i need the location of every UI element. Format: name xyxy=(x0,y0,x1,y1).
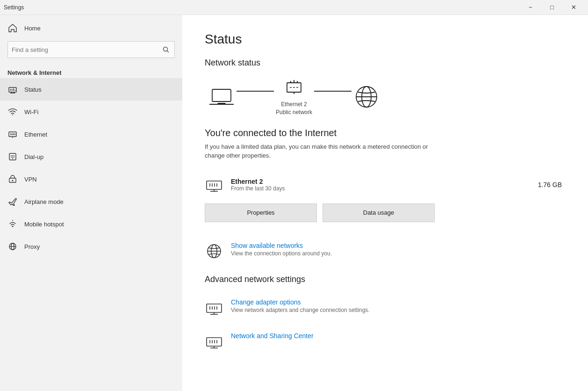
airplane-icon xyxy=(7,196,18,207)
sidebar-item-home-label: Home xyxy=(24,25,41,32)
titlebar: Settings − □ ✕ xyxy=(0,0,588,15)
hotspot-icon xyxy=(7,219,18,229)
data-card-sub: From the last 30 days xyxy=(231,185,531,192)
adapter-icon xyxy=(205,298,223,317)
networks-icon xyxy=(205,242,223,261)
sidebar-item-dialup[interactable]: Dial-up xyxy=(0,145,182,168)
adapter-label: Ethernet 2 Public network xyxy=(276,101,312,116)
show-networks-sub: View the connection options around you. xyxy=(231,250,332,257)
svg-rect-33 xyxy=(218,103,225,104)
sidebar-item-hotspot[interactable]: Mobile hotspot xyxy=(0,213,182,235)
status-icon xyxy=(7,84,18,94)
sidebar-item-dialup-label: Dial-up xyxy=(24,153,43,160)
show-available-networks[interactable]: Show available networks View the connect… xyxy=(205,237,566,265)
connection-subtext: If you have a limited data plan, you can… xyxy=(205,142,448,160)
sidebar-item-wifi-label: Wi-Fi xyxy=(24,109,38,116)
sidebar-section-label: Network & Internet xyxy=(0,65,182,78)
sidebar-item-airplane[interactable]: Airplane mode xyxy=(0,190,182,213)
network-status-heading: Network status xyxy=(205,58,566,68)
ethernet-card-icon xyxy=(205,175,223,194)
maximize-button[interactable]: □ xyxy=(541,0,563,15)
search-box xyxy=(7,41,175,58)
connector-1 xyxy=(237,91,274,92)
network-diagram: Ethernet 2 Public network xyxy=(208,77,566,116)
sidebar-item-proxy[interactable]: Proxy xyxy=(0,235,182,258)
svg-point-18 xyxy=(11,155,12,156)
data-card-usage: 1.76 GB xyxy=(538,181,562,188)
sharing-center-item[interactable]: Network and Sharing Center xyxy=(205,327,566,355)
wifi-icon xyxy=(7,107,18,117)
sidebar-item-vpn[interactable]: VPN xyxy=(0,168,182,190)
svg-line-1 xyxy=(167,51,169,53)
svg-rect-45 xyxy=(207,181,222,189)
app-body: Home Network & Internet xyxy=(0,15,588,391)
sharing-center-title[interactable]: Network and Sharing Center xyxy=(231,332,314,340)
change-adapter-item[interactable]: Change adapter options View network adap… xyxy=(205,294,566,322)
titlebar-controls: − □ ✕ xyxy=(520,0,584,15)
sidebar-item-hotspot-label: Mobile hotspot xyxy=(24,221,64,228)
globe-icon xyxy=(353,84,380,110)
data-card-name: Ethernet 2 xyxy=(231,178,531,185)
titlebar-left: Settings xyxy=(4,4,24,11)
vpn-icon xyxy=(7,174,18,184)
search-input[interactable] xyxy=(8,46,158,53)
proxy-icon xyxy=(7,241,18,252)
page-title: Status xyxy=(205,32,566,47)
svg-point-27 xyxy=(12,226,14,227)
data-usage-button[interactable]: Data usage xyxy=(323,203,435,222)
change-adapter-sub: View network adapters and change connect… xyxy=(231,307,370,313)
svg-point-26 xyxy=(12,180,14,181)
sidebar-item-status-label: Status xyxy=(24,86,42,93)
advanced-heading: Advanced network settings xyxy=(205,275,566,284)
dialup-icon xyxy=(7,152,18,162)
svg-rect-31 xyxy=(212,89,231,101)
minimize-button[interactable]: − xyxy=(520,0,541,15)
sidebar-item-status[interactable]: Status xyxy=(0,78,182,101)
svg-point-23 xyxy=(14,157,14,158)
data-card: Ethernet 2 From the last 30 days 1.76 GB xyxy=(205,172,566,198)
data-card-info: Ethernet 2 From the last 30 days xyxy=(231,178,531,192)
sidebar-item-wifi[interactable]: Wi-Fi xyxy=(0,101,182,123)
show-networks-info: Show available networks View the connect… xyxy=(231,242,332,257)
svg-point-19 xyxy=(12,155,13,156)
connection-heading: You're connected to the Internet xyxy=(205,128,566,138)
sidebar-item-ethernet[interactable]: Ethernet xyxy=(0,123,182,145)
sharing-center-info: Network and Sharing Center xyxy=(231,332,314,340)
search-button[interactable] xyxy=(158,41,174,58)
svg-point-0 xyxy=(164,47,168,51)
action-buttons: Properties Data usage xyxy=(205,203,566,222)
sidebar-item-ethernet-label: Ethernet xyxy=(24,131,47,138)
svg-point-24 xyxy=(12,158,13,159)
change-adapter-info: Change adapter options View network adap… xyxy=(231,298,370,313)
svg-rect-55 xyxy=(207,304,222,312)
sidebar-item-home[interactable]: Home xyxy=(0,17,182,39)
sidebar-item-proxy-label: Proxy xyxy=(24,243,40,250)
sharing-icon xyxy=(205,332,223,351)
change-adapter-title[interactable]: Change adapter options xyxy=(231,298,370,306)
ethernet-icon xyxy=(7,129,18,139)
connector-2 xyxy=(314,91,351,92)
svg-point-21 xyxy=(11,157,12,158)
sidebar-item-airplane-label: Airplane mode xyxy=(24,198,64,205)
svg-rect-62 xyxy=(207,338,222,346)
show-networks-title[interactable]: Show available networks xyxy=(231,242,332,249)
properties-button[interactable]: Properties xyxy=(205,203,317,222)
router-icon: Ethernet 2 Public network xyxy=(276,77,312,116)
sidebar: Home Network & Internet xyxy=(0,15,182,391)
home-icon xyxy=(7,23,18,33)
sidebar-item-vpn-label: VPN xyxy=(24,176,37,183)
laptop-icon xyxy=(208,87,235,107)
app-title: Settings xyxy=(4,4,24,11)
svg-point-20 xyxy=(14,155,14,156)
close-button[interactable]: ✕ xyxy=(563,0,584,15)
main-content: Status Network status xyxy=(182,15,588,391)
svg-point-22 xyxy=(12,157,13,158)
svg-point-10 xyxy=(12,115,13,116)
